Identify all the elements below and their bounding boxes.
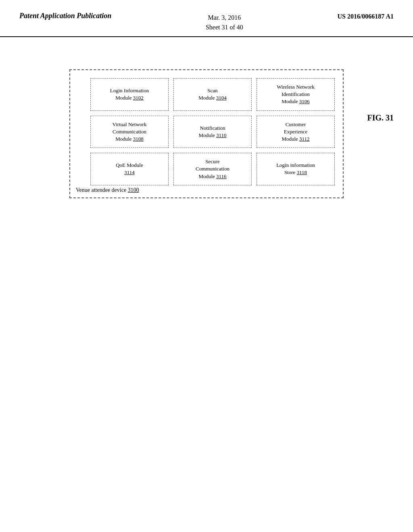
module-3116: SecureCommunicationModule 3116 [173, 153, 252, 185]
patent-number: US 2016/0066187 A1 [337, 11, 394, 20]
outer-device-box: Login InformationModule 3102 ScanModule … [69, 69, 344, 198]
module-3118: Login informationStore 3118 [257, 153, 335, 185]
fig-label-text: FIG. 31 [367, 113, 394, 122]
venue-label: Venue attendee device 3100 [76, 187, 139, 193]
venue-label-text: Venue attendee device [76, 187, 128, 193]
module-3104: ScanModule 3104 [173, 78, 252, 111]
sheet-info: Sheet 31 of 40 [206, 24, 243, 31]
module-3102: Login InformationModule 3102 [90, 78, 169, 111]
module-3110: NotificationModule 3110 [173, 116, 252, 148]
diagram-wrapper: Login InformationModule 3102 ScanModule … [0, 37, 413, 198]
module-3106: Wireless NetworkIdentificationModule 310… [257, 78, 335, 111]
publication-date: Mar. 3, 2016 [208, 14, 241, 21]
header-center: Mar. 3, 2016 Sheet 31 of 40 [206, 11, 243, 32]
publication-title: Patent Application Publication [19, 11, 111, 21]
modules-grid: Login InformationModule 3102 ScanModule … [90, 78, 335, 185]
venue-number: 3100 [128, 187, 139, 193]
module-3114: QoE Module3114 [90, 153, 169, 185]
page-header: Patent Application Publication Mar. 3, 2… [0, 0, 413, 37]
module-3108: Virtual NetworkCommunicationModule 3108 [90, 116, 169, 148]
module-3112: CustomerExperienceModule 3112 [257, 116, 335, 148]
figure-label: FIG. 31 [367, 113, 394, 122]
